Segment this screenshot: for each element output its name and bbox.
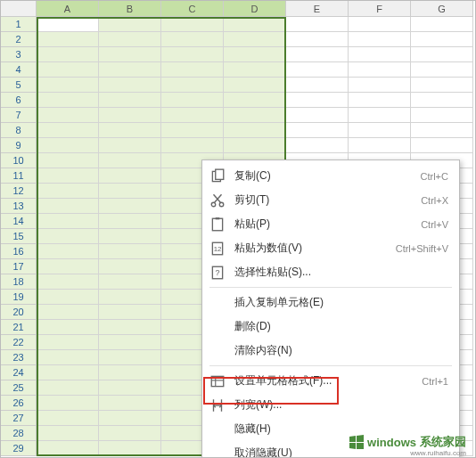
row-header-11[interactable]: 11 <box>1 168 37 184</box>
cell[interactable] <box>37 199 99 214</box>
row-header-8[interactable]: 8 <box>1 123 37 138</box>
menu-item[interactable]: 列宽(W)... <box>202 393 459 417</box>
cell[interactable] <box>37 335 99 350</box>
row-header-12[interactable]: 12 <box>1 184 37 199</box>
cell[interactable] <box>99 426 161 441</box>
row-header-18[interactable]: 18 <box>1 274 37 290</box>
cell[interactable] <box>411 138 473 153</box>
cell[interactable] <box>37 396 99 411</box>
cell[interactable] <box>99 335 161 350</box>
cell[interactable] <box>161 78 224 93</box>
cell[interactable] <box>99 78 161 93</box>
cell[interactable] <box>99 380 161 396</box>
cell[interactable] <box>161 108 224 123</box>
cell[interactable] <box>37 320 99 335</box>
cell[interactable] <box>37 229 99 244</box>
cell[interactable] <box>99 138 161 153</box>
cell[interactable] <box>99 290 161 305</box>
cell[interactable] <box>99 365 161 380</box>
cell[interactable] <box>286 78 349 93</box>
cell[interactable] <box>161 17 224 32</box>
cell[interactable] <box>224 93 286 108</box>
cell[interactable] <box>99 153 161 168</box>
cell[interactable] <box>349 138 411 153</box>
row-header-16[interactable]: 16 <box>1 244 37 259</box>
cell[interactable] <box>37 259 99 274</box>
cell[interactable] <box>37 168 99 184</box>
cell[interactable] <box>99 17 161 32</box>
column-header-D[interactable]: D <box>224 1 286 17</box>
cell[interactable] <box>286 123 349 138</box>
menu-item[interactable]: 12粘贴为数值(V)Ctrl+Shift+V <box>202 236 459 260</box>
cell[interactable] <box>286 93 349 108</box>
cell[interactable] <box>161 47 224 62</box>
column-header-G[interactable]: G <box>411 1 473 17</box>
cell[interactable] <box>349 47 411 62</box>
cell[interactable] <box>224 32 286 47</box>
cell[interactable] <box>349 93 411 108</box>
cell[interactable] <box>161 93 224 108</box>
cell[interactable] <box>411 32 473 47</box>
menu-item[interactable]: 清除内容(N) <box>202 339 459 363</box>
row-header-15[interactable]: 15 <box>1 229 37 244</box>
cell[interactable] <box>37 62 99 78</box>
cell[interactable] <box>411 78 473 93</box>
cell[interactable] <box>161 62 224 78</box>
cell[interactable] <box>224 138 286 153</box>
cell[interactable] <box>161 138 224 153</box>
row-header-1[interactable]: 1 <box>1 17 37 32</box>
column-header-F[interactable]: F <box>349 1 411 17</box>
cell[interactable] <box>99 244 161 259</box>
cell[interactable] <box>224 47 286 62</box>
cell[interactable] <box>349 32 411 47</box>
row-header-5[interactable]: 5 <box>1 78 37 93</box>
cell[interactable] <box>349 17 411 32</box>
cell[interactable] <box>161 32 224 47</box>
select-all-corner[interactable] <box>1 1 37 17</box>
cell[interactable] <box>224 123 286 138</box>
cell[interactable] <box>286 108 349 123</box>
row-header-27[interactable]: 27 <box>1 411 37 426</box>
cell[interactable] <box>349 62 411 78</box>
row-header-13[interactable]: 13 <box>1 199 37 214</box>
cell[interactable] <box>99 305 161 320</box>
cell[interactable] <box>37 411 99 426</box>
row-header-2[interactable]: 2 <box>1 32 37 47</box>
row-header-19[interactable]: 19 <box>1 290 37 305</box>
cell[interactable] <box>411 47 473 62</box>
cell[interactable] <box>99 108 161 123</box>
row-header-6[interactable]: 6 <box>1 93 37 108</box>
cell[interactable] <box>37 274 99 290</box>
cell[interactable] <box>37 108 99 123</box>
row-header-23[interactable]: 23 <box>1 350 37 365</box>
menu-item[interactable]: 复制(C)Ctrl+C <box>202 164 459 188</box>
cell[interactable] <box>37 305 99 320</box>
row-header-21[interactable]: 21 <box>1 320 37 335</box>
cell[interactable] <box>411 123 473 138</box>
row-header-29[interactable]: 29 <box>1 441 37 456</box>
cell[interactable] <box>37 78 99 93</box>
cell[interactable] <box>99 214 161 229</box>
cell[interactable] <box>37 244 99 259</box>
row-header-28[interactable]: 28 <box>1 426 37 441</box>
column-header-B[interactable]: B <box>99 1 161 17</box>
cell[interactable] <box>99 199 161 214</box>
cell[interactable] <box>411 108 473 123</box>
cell[interactable] <box>99 396 161 411</box>
menu-item[interactable]: 删除(D) <box>202 315 459 339</box>
cell[interactable] <box>349 108 411 123</box>
cell[interactable] <box>37 138 99 153</box>
cell[interactable] <box>99 32 161 47</box>
cell[interactable] <box>224 78 286 93</box>
cell[interactable] <box>411 93 473 108</box>
cell[interactable] <box>37 17 99 32</box>
cell[interactable] <box>37 365 99 380</box>
cell[interactable] <box>286 47 349 62</box>
menu-item[interactable]: ?选择性粘贴(S)... <box>202 260 459 284</box>
menu-item[interactable]: 设置单元格格式(F)...Ctrl+1 <box>202 369 459 393</box>
menu-item[interactable]: 插入复制单元格(E) <box>202 290 459 315</box>
cell[interactable] <box>99 320 161 335</box>
cell[interactable] <box>99 229 161 244</box>
cell[interactable] <box>286 62 349 78</box>
cell[interactable] <box>37 350 99 365</box>
